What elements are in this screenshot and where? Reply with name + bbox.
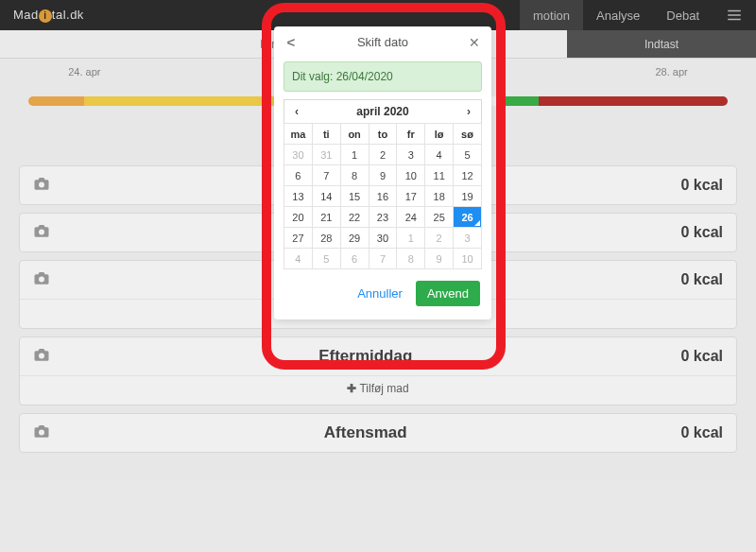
add-food-label: Tilføj mad <box>359 382 408 395</box>
brand-suffix: tal.dk <box>52 8 84 22</box>
cancel-button[interactable]: Annuller <box>352 281 408 306</box>
calendar-day[interactable]: 4 <box>284 249 313 269</box>
add-food-button[interactable]: ✚ Tilføj mad <box>20 375 736 405</box>
calendar-day[interactable]: 11 <box>425 165 454 186</box>
modal-title: Skift dato <box>299 35 467 49</box>
calendar-day[interactable]: 3 <box>397 145 425 165</box>
meal-kcal: 0 kcal <box>681 271 723 288</box>
camera-icon[interactable] <box>33 223 50 242</box>
calendar-day[interactable]: 8 <box>397 249 425 269</box>
dow-su: sø <box>454 124 482 145</box>
meal-title: Aftensmad <box>50 423 681 442</box>
calendar-day[interactable]: 9 <box>425 249 454 269</box>
plus-icon: ✚ <box>347 382 356 395</box>
camera-icon[interactable] <box>33 270 50 289</box>
info-icon: i <box>39 9 52 23</box>
nav-debat[interactable]: Debat <box>653 0 713 30</box>
calendar-day[interactable]: 22 <box>340 207 369 228</box>
calendar: ‹ april 2020 › ma ti on to fr lø sø 3031… <box>284 99 482 269</box>
camera-icon[interactable] <box>33 423 50 442</box>
calendar-day[interactable]: 30 <box>284 145 313 165</box>
calendar-day[interactable]: 14 <box>312 186 340 207</box>
calendar-day[interactable]: 8 <box>340 165 369 186</box>
next-month-button[interactable]: › <box>456 100 481 123</box>
calendar-day[interactable]: 1 <box>340 145 369 165</box>
calendar-day[interactable]: 10 <box>397 165 425 186</box>
camera-icon[interactable] <box>33 347 50 366</box>
dow-tu: ti <box>312 124 340 145</box>
calendar-day[interactable]: 5 <box>312 249 340 269</box>
calendar-day[interactable]: 20 <box>284 207 313 228</box>
meal-kcal: 0 kcal <box>681 348 723 365</box>
brand[interactable]: Madital.dk <box>0 8 97 23</box>
close-button[interactable]: ✕ <box>467 35 482 50</box>
calendar-day[interactable]: 28 <box>312 228 340 249</box>
meal-kcal: 0 kcal <box>681 177 723 194</box>
calendar-day[interactable]: 6 <box>340 249 369 269</box>
calendar-day[interactable]: 24 <box>397 207 425 228</box>
dow-mo: ma <box>284 124 313 145</box>
calendar-day[interactable]: 12 <box>454 165 482 186</box>
calendar-grid: ma ti on to fr lø sø 3031123456789101112… <box>284 123 482 269</box>
meal-card: Aftensmad 0 kcal <box>19 413 737 453</box>
calendar-day[interactable]: 25 <box>425 207 454 228</box>
date-1[interactable]: 24. apr <box>68 66 100 78</box>
dow-fr: fr <box>397 124 425 145</box>
calendar-day[interactable]: 17 <box>397 186 425 207</box>
calendar-day[interactable]: 30 <box>369 228 397 249</box>
dow-th: to <box>369 124 397 145</box>
calendar-day[interactable]: 31 <box>312 145 340 165</box>
calendar-day[interactable]: 18 <box>425 186 454 207</box>
calendar-day[interactable]: 23 <box>369 207 397 228</box>
calendar-day[interactable]: 9 <box>369 165 397 186</box>
calendar-day[interactable]: 4 <box>425 145 454 165</box>
calendar-day[interactable]: 13 <box>284 186 313 207</box>
tab-indtast[interactable]: Indtast <box>567 30 756 59</box>
month-year-label[interactable]: april 2020 <box>309 100 456 123</box>
dow-we: on <box>340 124 369 145</box>
nav-analyse[interactable]: Analyse <box>583 0 653 30</box>
calendar-day[interactable]: 2 <box>425 228 454 249</box>
calendar-day[interactable]: 2 <box>369 145 397 165</box>
calendar-day[interactable]: 10 <box>454 249 482 269</box>
calendar-day[interactable]: 7 <box>369 249 397 269</box>
dow-sa: lø <box>425 124 454 145</box>
calendar-day[interactable]: 6 <box>284 165 313 186</box>
menu-button[interactable] <box>713 0 756 30</box>
top-nav: motion Analyse Debat <box>520 0 756 30</box>
calendar-day[interactable]: 16 <box>369 186 397 207</box>
calendar-day[interactable]: 29 <box>340 228 369 249</box>
calendar-day[interactable]: 3 <box>454 228 482 249</box>
back-button[interactable]: < <box>284 34 299 50</box>
calendar-day[interactable]: 26 <box>454 207 482 228</box>
hamburger-icon <box>726 7 743 24</box>
calendar-day[interactable]: 1 <box>397 228 425 249</box>
nav-motion[interactable]: motion <box>520 0 583 30</box>
date-2[interactable]: 28. apr <box>655 66 687 78</box>
date-modal: < Skift dato ✕ Dit valg: 26/04/2020 ‹ ap… <box>274 26 491 319</box>
meal-card: Eftermiddag 0 kcal ✚ Tilføj mad <box>19 336 737 405</box>
prev-month-button[interactable]: ‹ <box>284 100 309 123</box>
meal-title: Eftermiddag <box>50 347 681 366</box>
calendar-day[interactable]: 21 <box>312 207 340 228</box>
calendar-day[interactable]: 19 <box>454 186 482 207</box>
apply-button[interactable]: Anvend <box>416 281 480 306</box>
camera-icon[interactable] <box>33 176 50 195</box>
selection-banner: Dit valg: 26/04/2020 <box>284 61 482 92</box>
meal-kcal: 0 kcal <box>681 424 723 441</box>
calendar-day[interactable]: 15 <box>340 186 369 207</box>
calendar-day[interactable]: 27 <box>284 228 313 249</box>
brand-prefix: Mad <box>13 8 39 22</box>
calendar-day[interactable]: 7 <box>312 165 340 186</box>
meal-kcal: 0 kcal <box>681 224 723 241</box>
calendar-day[interactable]: 5 <box>454 145 482 165</box>
